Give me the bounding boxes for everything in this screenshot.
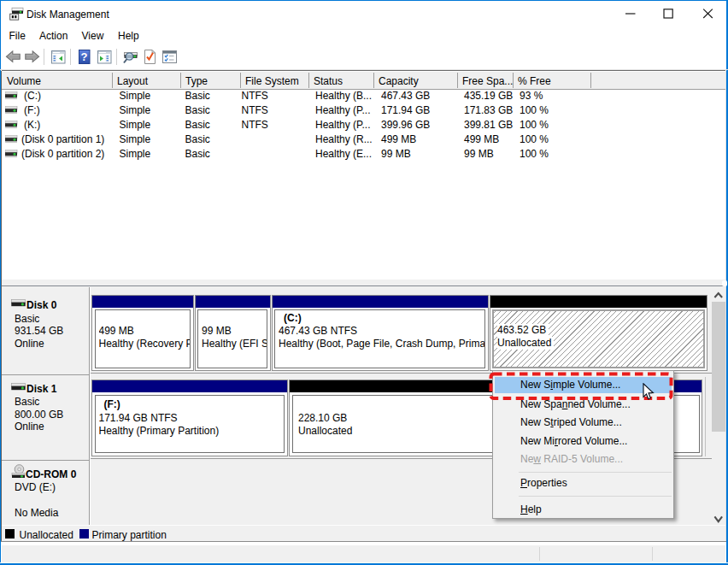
svg-text:?: ? bbox=[81, 50, 88, 63]
